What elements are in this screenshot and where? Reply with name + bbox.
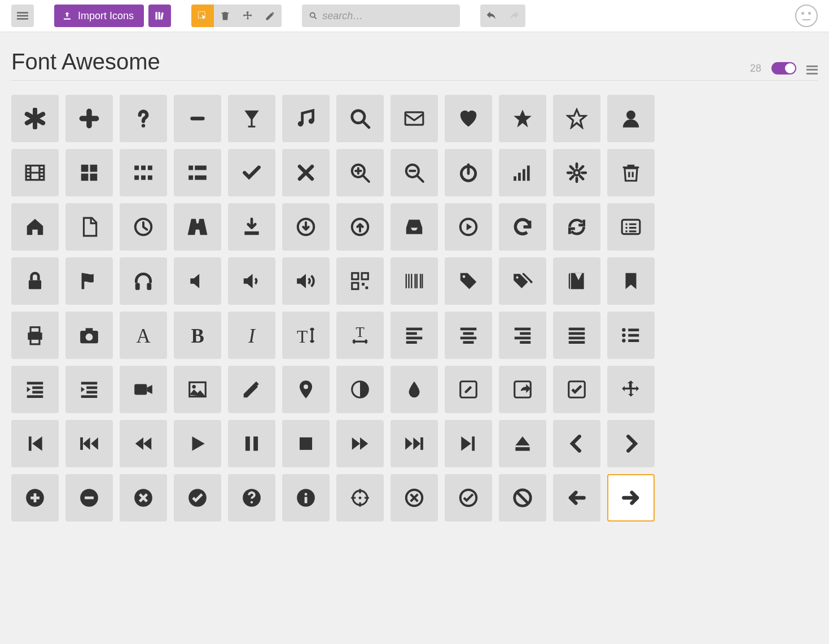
icon-cell-text-height[interactable]: T — [282, 312, 330, 359]
icon-cell-user[interactable] — [607, 95, 655, 142]
icon-cell-times-circle-o[interactable] — [391, 474, 438, 522]
icon-cell-plus[interactable] — [65, 95, 113, 142]
import-icons-button[interactable]: Import Icons — [54, 5, 144, 27]
icon-cell-clock-o[interactable] — [120, 203, 167, 251]
icon-cell-search[interactable] — [336, 95, 384, 142]
icon-cell-arrow-circle-o-up[interactable] — [336, 203, 384, 251]
icon-cell-camera[interactable] — [65, 312, 113, 359]
icon-cell-outdent[interactable] — [11, 366, 59, 413]
undo-button[interactable] — [480, 5, 503, 27]
icon-cell-share-square-o[interactable] — [499, 366, 546, 413]
icon-cell-pencil-square-o[interactable] — [445, 366, 492, 413]
icon-cell-align-right[interactable] — [499, 312, 546, 359]
icon-cell-align-justify[interactable] — [553, 312, 600, 359]
icon-cell-play-circle-o[interactable] — [445, 203, 492, 251]
icon-cell-check-circle[interactable] — [174, 474, 221, 522]
icon-cell-bold[interactable]: B — [174, 312, 221, 359]
icon-cell-font[interactable]: A — [120, 312, 167, 359]
icon-cell-arrows[interactable] — [607, 366, 655, 413]
icon-cell-star-o[interactable] — [553, 95, 600, 142]
icon-cell-search-minus[interactable] — [391, 149, 438, 196]
select-tool-button[interactable] — [191, 5, 214, 27]
icon-cell-refresh[interactable] — [553, 203, 600, 251]
icon-cell-headphones[interactable] — [120, 257, 167, 305]
icon-cell-backward[interactable] — [120, 420, 167, 467]
icon-cell-th-list[interactable] — [174, 149, 221, 196]
icon-cell-tags[interactable] — [499, 257, 546, 305]
icon-cell-step-forward[interactable] — [445, 420, 492, 467]
icon-cell-align-left[interactable] — [391, 312, 438, 359]
icon-cell-forward[interactable] — [336, 420, 384, 467]
menu-button[interactable] — [11, 5, 34, 27]
icon-cell-th[interactable] — [120, 149, 167, 196]
icon-cell-music[interactable] — [282, 95, 330, 142]
icon-cell-align-center[interactable] — [445, 312, 492, 359]
icon-cell-film[interactable] — [11, 149, 59, 196]
icon-cell-arrow-circle-o-down[interactable] — [282, 203, 330, 251]
icon-cell-pencil[interactable] — [228, 366, 275, 413]
icon-cell-crosshairs[interactable] — [336, 474, 384, 522]
library-button[interactable] — [148, 5, 171, 27]
icon-cell-list-alt[interactable] — [607, 203, 655, 251]
icon-cell-volume-off[interactable] — [174, 257, 221, 305]
icon-cell-map-marker[interactable] — [282, 366, 330, 413]
icon-cell-signal[interactable] — [499, 149, 546, 196]
icon-cell-check-circle-o[interactable] — [445, 474, 492, 522]
icon-cell-volume-up[interactable] — [282, 257, 330, 305]
icon-cell-star[interactable] — [499, 95, 546, 142]
icon-cell-book[interactable] — [553, 257, 600, 305]
search-input[interactable] — [322, 10, 453, 22]
icon-cell-chevron-left[interactable] — [553, 420, 600, 467]
set-toggle[interactable] — [771, 62, 796, 75]
icon-cell-chevron-right[interactable] — [607, 420, 655, 467]
icon-cell-glass[interactable] — [228, 95, 275, 142]
icon-cell-print[interactable] — [11, 312, 59, 359]
icon-cell-indent[interactable] — [65, 366, 113, 413]
icon-cell-times[interactable] — [282, 149, 330, 196]
icon-cell-eject[interactable] — [499, 420, 546, 467]
icon-cell-inbox[interactable] — [391, 203, 438, 251]
icon-cell-play[interactable] — [174, 420, 221, 467]
icon-cell-check[interactable] — [228, 149, 275, 196]
icon-cell-adjust[interactable] — [336, 366, 384, 413]
icon-cell-video-camera[interactable] — [120, 366, 167, 413]
icon-cell-times-circle[interactable] — [120, 474, 167, 522]
icon-cell-question[interactable] — [120, 95, 167, 142]
icon-cell-qrcode[interactable] — [336, 257, 384, 305]
icon-cell-plus-circle[interactable] — [11, 474, 59, 522]
icon-cell-cog[interactable] — [553, 149, 600, 196]
icon-cell-arrow-right[interactable] — [607, 474, 655, 522]
icon-cell-list[interactable] — [607, 312, 655, 359]
search-field[interactable] — [302, 5, 460, 27]
icon-cell-step-backward[interactable] — [11, 420, 59, 467]
icon-cell-download[interactable] — [228, 203, 275, 251]
icon-cell-search-plus[interactable] — [336, 149, 384, 196]
icon-cell-volume-down[interactable] — [228, 257, 275, 305]
icon-cell-fast-backward[interactable] — [65, 420, 113, 467]
icon-cell-fast-forward[interactable] — [391, 420, 438, 467]
icon-cell-tint[interactable] — [391, 366, 438, 413]
icon-cell-minus-circle[interactable] — [65, 474, 113, 522]
icon-cell-ban[interactable] — [499, 474, 546, 522]
icon-cell-pause[interactable] — [228, 420, 275, 467]
icon-cell-road[interactable] — [174, 203, 221, 251]
set-menu-button[interactable] — [806, 65, 818, 75]
icon-cell-bookmark[interactable] — [607, 257, 655, 305]
delete-button[interactable] — [214, 5, 236, 27]
icon-cell-flag[interactable] — [65, 257, 113, 305]
icon-cell-check-square-o[interactable] — [553, 366, 600, 413]
icon-cell-asterisk[interactable] — [11, 95, 59, 142]
move-tool-button[interactable] — [236, 5, 259, 27]
icon-cell-envelope-o[interactable] — [391, 95, 438, 142]
redo-button[interactable] — [503, 5, 525, 27]
icon-cell-stop[interactable] — [282, 420, 330, 467]
edit-tool-button[interactable] — [259, 5, 282, 27]
icon-cell-lock[interactable] — [11, 257, 59, 305]
icon-cell-tag[interactable] — [445, 257, 492, 305]
icon-cell-text-width[interactable]: T — [336, 312, 384, 359]
icon-cell-home[interactable] — [11, 203, 59, 251]
icon-cell-question-circle[interactable] — [228, 474, 275, 522]
icon-cell-picture-o[interactable] — [174, 366, 221, 413]
icon-cell-file-o[interactable] — [65, 203, 113, 251]
icon-cell-th-large[interactable] — [65, 149, 113, 196]
